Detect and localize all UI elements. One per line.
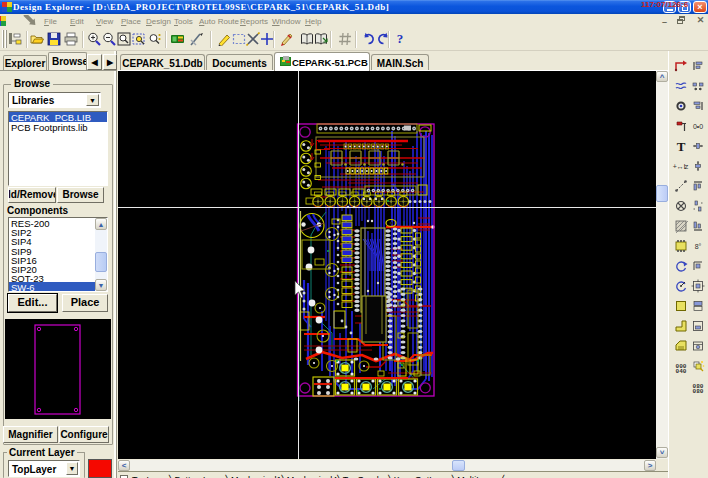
svg-text:080: 080 bbox=[693, 388, 704, 395]
svg-text:040: 040 bbox=[676, 368, 687, 375]
svg-text:T: T bbox=[677, 139, 686, 154]
svg-text:8°: 8° bbox=[695, 243, 702, 250]
svg-text:0•0: 0•0 bbox=[693, 123, 703, 130]
svg-text:+↔ʫ: +↔ʫ bbox=[673, 163, 689, 170]
